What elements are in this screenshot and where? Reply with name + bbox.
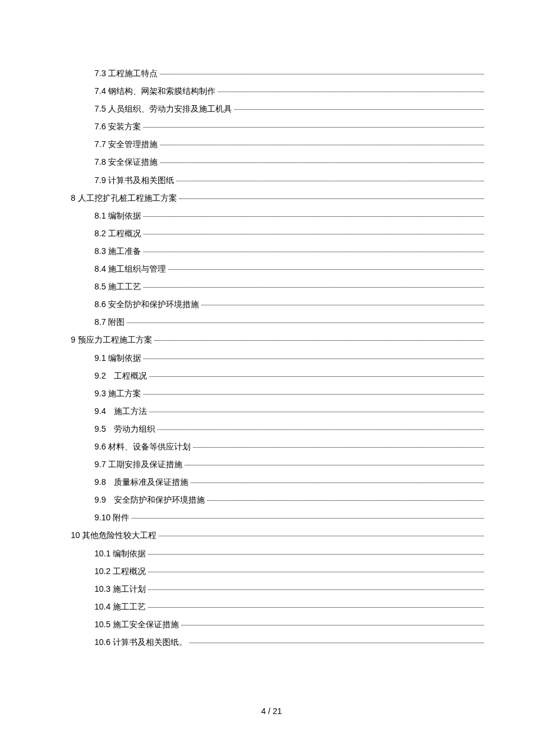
toc-entry: 9.3 施工方案 <box>59 388 484 400</box>
toc-leader <box>181 625 484 625</box>
toc-entry: 7.9 计算书及相关图纸 <box>59 175 484 187</box>
toc-entry: 8.1 编制依据 <box>59 210 484 222</box>
toc-label: 7.3 工程施工特点 <box>94 68 158 80</box>
toc-entry: 8 人工挖扩孔桩工程施工方案 <box>59 193 484 204</box>
toc-leader <box>234 109 484 110</box>
toc-leader <box>160 74 484 74</box>
toc-leader <box>160 145 484 145</box>
toc-label: 8.1 编制依据 <box>94 210 141 222</box>
toc-label: 9.10 附件 <box>94 512 129 524</box>
toc-label: 8.4 施工组织与管理 <box>94 263 166 275</box>
toc-leader <box>160 162 484 163</box>
toc-entry: 10.3 施工计划 <box>59 584 484 595</box>
toc-label: 8.2 工程概况 <box>94 228 141 240</box>
toc-leader <box>207 500 484 501</box>
toc-label: 9.3 施工方案 <box>94 388 141 400</box>
toc-entry: 7.5 人员组织、劳动力安排及施工机具 <box>59 103 484 115</box>
toc-entry: 9.7 工期安排及保证措施 <box>59 459 484 471</box>
toc-leader <box>193 447 484 448</box>
toc-entry: 10.4 施工工艺 <box>59 601 484 613</box>
toc-entry: 7.8 安全保证措施 <box>59 157 484 168</box>
toc-leader <box>179 198 484 199</box>
toc-leader <box>218 92 484 92</box>
toc-leader <box>143 252 484 252</box>
toc-leader <box>191 483 484 483</box>
toc-page: 7.3 工程施工特点7.4 钢结构、网架和索膜结构制作7.5 人员组织、劳动力安… <box>0 0 543 649</box>
toc-leader <box>148 572 484 572</box>
toc-leader <box>149 376 484 377</box>
toc-label: 8.3 施工准备 <box>94 246 141 258</box>
toc-label: 9.6 材料、设备等供应计划 <box>94 441 191 453</box>
toc-label: 9.2 工程概况 <box>94 370 147 382</box>
toc-leader <box>148 589 484 590</box>
toc-label: 9.9 安全防护和保护环境措施 <box>94 494 205 506</box>
toc-leader <box>143 394 484 395</box>
toc-label: 7.7 安全管理措施 <box>94 139 158 151</box>
toc-label: 10.2 工程概况 <box>94 566 146 578</box>
toc-label: 8 人工挖扩孔桩工程施工方案 <box>71 193 177 204</box>
toc-leader <box>148 607 484 608</box>
toc-entry: 7.7 安全管理措施 <box>59 139 484 151</box>
toc-leader <box>143 234 484 234</box>
toc-label: 7.4 钢结构、网架和索膜结构制作 <box>94 86 215 97</box>
toc-entry: 8.5 施工工艺 <box>59 281 484 293</box>
toc-label: 7.5 人员组织、劳动力安排及施工机具 <box>94 103 232 115</box>
toc-label: 8.5 施工工艺 <box>94 281 141 293</box>
toc-leader <box>132 518 484 519</box>
toc-leader <box>185 465 484 465</box>
toc-leader <box>143 127 484 128</box>
toc-label: 10.5 施工安全保证措施 <box>94 619 179 631</box>
toc-entry: 8.7 附图 <box>59 317 484 328</box>
toc-entry: 8.4 施工组织与管理 <box>59 263 484 275</box>
toc-entry: 10.6 计算书及相关图纸。 <box>59 637 484 649</box>
toc-leader <box>159 536 484 536</box>
toc-entry: 7.3 工程施工特点 <box>59 68 484 80</box>
toc-entry: 7.6 安装方案 <box>59 121 484 133</box>
toc-label: 10.4 施工工艺 <box>94 601 146 613</box>
toc-leader <box>155 340 484 341</box>
toc-leader <box>149 412 484 412</box>
toc-label: 9 预应力工程施工方案 <box>71 334 152 346</box>
toc-entry: 7.4 钢结构、网架和索膜结构制作 <box>59 86 484 97</box>
page-number: 4 / 21 <box>0 706 543 716</box>
toc-label: 7.6 安装方案 <box>94 121 141 133</box>
toc-label: 9.5 劳动力组织 <box>94 423 155 435</box>
toc-label: 8.6 安全防护和保护环境措施 <box>94 299 199 311</box>
toc-leader <box>201 305 484 305</box>
toc-entry: 9 预应力工程施工方案 <box>59 334 484 346</box>
toc-label: 10.6 计算书及相关图纸。 <box>94 637 187 649</box>
toc-entry: 10.2 工程概况 <box>59 566 484 578</box>
toc-entry: 8.6 安全防护和保护环境措施 <box>59 299 484 311</box>
toc-label: 7.9 计算书及相关图纸 <box>94 175 174 187</box>
toc-leader <box>176 181 484 181</box>
toc-entry: 10.1 编制依据 <box>59 548 484 560</box>
toc-entry: 8.2 工程概况 <box>59 228 484 240</box>
toc-entry: 9.8 质量标准及保证措施 <box>59 477 484 488</box>
toc-leader <box>143 216 484 217</box>
toc-label: 9.8 质量标准及保证措施 <box>94 477 188 488</box>
toc-entry: 9.4 施工方法 <box>59 406 484 418</box>
toc-label: 10 其他危险性较大工程 <box>71 530 156 542</box>
toc-entry: 10 其他危险性较大工程 <box>59 530 484 542</box>
toc-leader <box>168 269 484 270</box>
toc-entry: 8.3 施工准备 <box>59 246 484 258</box>
toc-entry: 9.6 材料、设备等供应计划 <box>59 441 484 453</box>
toc-entry: 9.1 编制依据 <box>59 353 484 364</box>
toc-entry: 10.5 施工安全保证措施 <box>59 619 484 631</box>
table-of-contents: 7.3 工程施工特点7.4 钢结构、网架和索膜结构制作7.5 人员组织、劳动力安… <box>59 68 484 649</box>
toc-label: 9.1 编制依据 <box>94 353 141 364</box>
toc-label: 9.4 施工方法 <box>94 406 147 418</box>
toc-leader <box>189 643 484 643</box>
toc-leader <box>143 287 484 288</box>
toc-leader <box>127 322 484 323</box>
toc-entry: 9.10 附件 <box>59 512 484 524</box>
toc-label: 8.7 附图 <box>94 317 125 328</box>
toc-label: 10.3 施工计划 <box>94 584 146 595</box>
toc-label: 10.1 编制依据 <box>94 548 146 560</box>
toc-entry: 9.9 安全防护和保护环境措施 <box>59 494 484 506</box>
toc-leader <box>148 554 484 555</box>
toc-leader <box>143 359 484 359</box>
toc-entry: 9.5 劳动力组织 <box>59 423 484 435</box>
toc-entry: 9.2 工程概况 <box>59 370 484 382</box>
toc-label: 9.7 工期安排及保证措施 <box>94 459 182 471</box>
